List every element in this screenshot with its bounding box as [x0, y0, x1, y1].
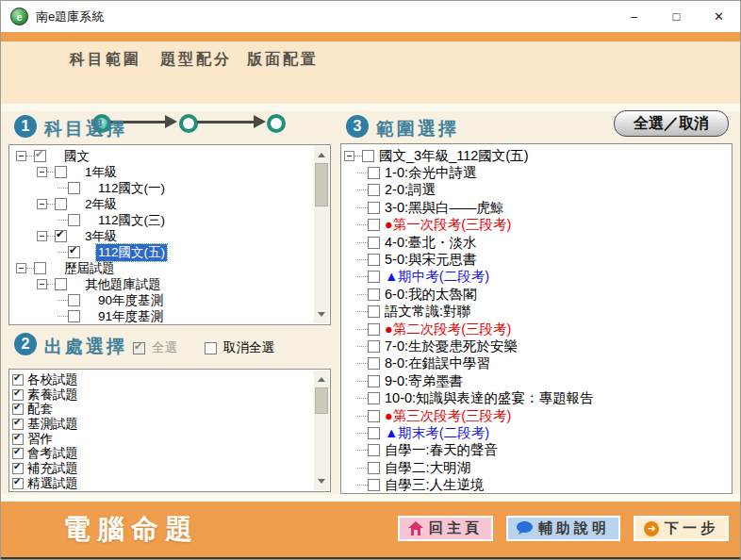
list-item[interactable]: 會考試題	[12, 446, 312, 461]
checkbox[interactable]	[368, 184, 380, 196]
checkbox[interactable]	[68, 294, 80, 306]
checkbox[interactable]	[368, 357, 380, 370]
tree-item-label[interactable]: 歷屆試題	[62, 260, 117, 277]
tree-item-label[interactable]: 112國文(三)	[96, 212, 167, 229]
tree-item-label[interactable]: 語文常識:對聯	[383, 303, 472, 321]
checkbox[interactable]	[368, 462, 380, 474]
scroll-up-icon[interactable]	[314, 148, 329, 162]
collapse-icon[interactable]	[16, 151, 26, 161]
tree-item-label[interactable]: 自學三:人生逆境	[383, 476, 486, 491]
tree-item-label[interactable]: 9-0:寄弟墨書	[383, 372, 465, 390]
tree-item-label[interactable]: 1年級	[83, 164, 120, 181]
tree-item-label[interactable]: 8-0:在錯誤中學習	[383, 354, 492, 372]
checkbox[interactable]	[12, 389, 24, 401]
tree-item-label[interactable]: 國文	[62, 148, 91, 165]
checkbox[interactable]	[368, 305, 380, 318]
minimize-button[interactable]: –	[613, 1, 655, 32]
checkbox[interactable]	[68, 310, 80, 322]
tree-item-label[interactable]: 5-0:與宋元思書	[383, 251, 479, 269]
collapse-icon[interactable]	[37, 199, 47, 209]
checkbox[interactable]	[368, 254, 380, 266]
tree-item-label[interactable]: 7-0:生於憂患死於安樂	[383, 338, 519, 355]
scroll-down-icon[interactable]	[314, 474, 329, 488]
checkbox[interactable]	[368, 375, 380, 387]
tree-item-label[interactable]: 3年級	[83, 228, 120, 245]
checkbox[interactable]	[55, 230, 67, 242]
checkbox[interactable]	[12, 463, 24, 474]
tree-item-label[interactable]: 國文_3年級_112國文(五)	[377, 147, 530, 165]
tree-item-label[interactable]: 1-0:余光中詩選	[383, 164, 479, 182]
checkbox[interactable]	[12, 434, 24, 445]
tree-item-label[interactable]: ●第三次段考(三段考)	[383, 407, 513, 425]
tree-item-label[interactable]: ●第二次段考(三段考)	[383, 321, 513, 338]
select-toggle-button[interactable]: 全選／取消	[614, 110, 729, 137]
checkbox[interactable]	[368, 427, 380, 439]
list-item[interactable]: 各校試題	[12, 372, 312, 387]
select-all-checkbox[interactable]: 全選	[133, 339, 177, 356]
tree-item-label[interactable]: 2-0:詞選	[383, 181, 437, 199]
checkbox[interactable]	[368, 271, 380, 283]
checkbox[interactable]	[368, 167, 380, 179]
tree-item-label[interactable]: 2年級	[83, 196, 120, 213]
tree-item-label[interactable]: 112國文(五)	[96, 244, 167, 261]
checkbox[interactable]	[368, 479, 380, 491]
checkbox[interactable]	[368, 444, 380, 456]
tree-item-label[interactable]: 112國文(一)	[96, 180, 167, 197]
checkbox[interactable]	[368, 410, 380, 422]
scrollbar-thumb[interactable]	[315, 387, 328, 414]
checkbox[interactable]	[12, 374, 24, 386]
tree-item-label[interactable]: 6-0:我的太魯閣	[383, 286, 479, 304]
tree-item-label[interactable]: ▲期末考(二段考)	[383, 424, 491, 442]
source-list-scrollbar[interactable]	[314, 371, 329, 490]
tree-item-label[interactable]: ●第一次段考(三段考)	[383, 216, 513, 234]
checkbox[interactable]	[12, 419, 24, 430]
help-button[interactable]: 輔助說明	[506, 516, 620, 541]
list-item[interactable]: 補充試題	[12, 461, 312, 476]
list-item[interactable]: 素養試題	[12, 387, 312, 403]
tree-item-label[interactable]: 3-0:黑與白——虎鯨	[383, 199, 506, 217]
checkbox[interactable]	[34, 262, 46, 274]
home-button[interactable]: 回主頁	[398, 516, 493, 541]
checkbox[interactable]	[205, 342, 217, 354]
checkbox[interactable]	[133, 342, 145, 354]
maximize-button[interactable]: □	[655, 1, 698, 32]
collapse-icon[interactable]	[37, 279, 47, 289]
list-item[interactable]: 基測試題	[12, 417, 312, 432]
checkbox[interactable]	[68, 214, 80, 226]
checkbox[interactable]	[55, 278, 67, 290]
checkbox[interactable]	[368, 288, 380, 301]
checkbox[interactable]	[34, 150, 46, 162]
checkbox[interactable]	[368, 219, 380, 231]
tree-item-label[interactable]: 其他題庫試題	[83, 276, 163, 293]
collapse-icon[interactable]	[37, 167, 47, 177]
tree-item-label[interactable]: 10-0:知識與表達的盛宴：專題報告	[383, 389, 596, 407]
checkbox[interactable]	[368, 323, 380, 336]
tree-item-label[interactable]: 自學一:春天的聲音	[383, 441, 500, 459]
checkbox[interactable]	[55, 166, 67, 178]
list-item[interactable]: 習作	[12, 432, 312, 447]
checkbox[interactable]	[368, 202, 380, 214]
next-step-button[interactable]: ➜ 下一步	[634, 516, 729, 541]
checkbox[interactable]	[362, 150, 374, 162]
checkbox[interactable]	[55, 198, 67, 210]
checkbox[interactable]	[12, 478, 24, 489]
subject-tree-scrollbar[interactable]	[314, 146, 329, 323]
checkbox[interactable]	[68, 246, 80, 258]
close-button[interactable]: ✕	[698, 1, 740, 32]
collapse-icon[interactable]	[37, 231, 47, 241]
checkbox[interactable]	[368, 340, 380, 353]
tree-item-label[interactable]: 91年度基測	[96, 308, 165, 323]
deselect-all-checkbox[interactable]: 取消全選	[205, 339, 274, 356]
checkbox[interactable]	[368, 237, 380, 249]
collapse-icon[interactable]	[344, 151, 354, 161]
list-item[interactable]: 精選試題	[12, 476, 312, 489]
collapse-icon[interactable]	[16, 263, 26, 273]
checkbox[interactable]	[12, 448, 24, 459]
scroll-down-icon[interactable]	[314, 307, 329, 321]
list-item-label[interactable]: 精選試題	[27, 475, 78, 489]
tree-item-label[interactable]: 90年度基測	[96, 292, 165, 309]
scrollbar-thumb[interactable]	[315, 163, 328, 206]
checkbox[interactable]	[368, 392, 380, 404]
tree-item-label[interactable]: 自學二:大明湖	[383, 459, 472, 477]
list-item[interactable]: 配套	[12, 402, 312, 417]
